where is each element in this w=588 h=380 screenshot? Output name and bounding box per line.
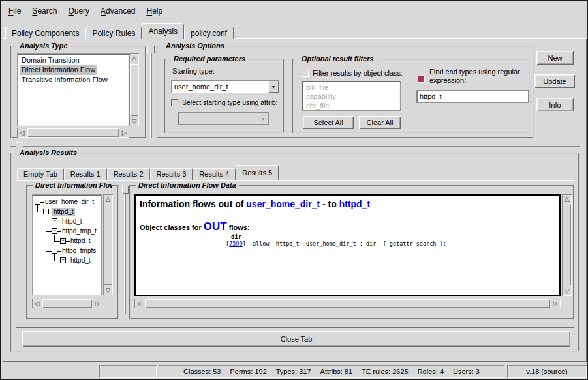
attrib-combobox-value [178, 113, 258, 124]
starting-type-combobox[interactable]: user_home_dir_t ▼ [171, 80, 279, 93]
scroll-thumb[interactable] [27, 128, 119, 137]
analysis-type-item[interactable]: Transitive Information Flow [20, 75, 110, 85]
results-vertical-sash-handle[interactable] [122, 186, 129, 194]
tree-expand-toggle[interactable]: − [52, 228, 57, 234]
filter-by-class-checkbox[interactable] [302, 70, 309, 77]
results-tab-results-2[interactable]: Results 2 [107, 168, 150, 180]
tree-node-label[interactable]: httpd_t [61, 218, 84, 226]
update-button[interactable]: Update [534, 74, 575, 88]
rule-text: allow httpd_t user_home_dir_t : dir { ge… [246, 241, 446, 247]
select-all-button[interactable]: Select All [303, 116, 354, 129]
scroll-down-icon[interactable]: ▽ [129, 117, 139, 126]
analysis-type-item[interactable]: Direct Information Flow [20, 65, 97, 75]
tree-node-label[interactable]: httpd_t [69, 237, 92, 245]
tree-expand-toggle[interactable]: + [60, 238, 66, 244]
regex-checkbox-label: Find end types using regular expression: [429, 68, 529, 85]
attrib-checkbox[interactable] [171, 99, 178, 106]
regex-input[interactable]: httpd_t [416, 90, 529, 103]
analysis-type-title: Analysis Type [17, 42, 70, 50]
tree-expand-toggle[interactable]: − [35, 199, 40, 205]
flow-tree-vscrollbar[interactable]: △ ▽ [103, 194, 113, 295]
tree-expand-toggle[interactable]: + [60, 257, 66, 263]
flow-data-vscrollbar[interactable]: △ ▽ [562, 194, 572, 296]
tree-expand-toggle[interactable]: − [43, 209, 49, 214]
filter-by-class-row[interactable]: Filter results by object class: [302, 69, 403, 77]
clear-all-button[interactable]: Clear All [359, 116, 401, 129]
tab-policy-conf[interactable]: policy.conf [184, 27, 234, 39]
menu-item-file[interactable]: File [8, 7, 21, 16]
tree-connector [46, 231, 52, 232]
tree-node-label[interactable]: httpd_t [69, 257, 92, 265]
menu-item-advanced[interactable]: Advanced [101, 7, 135, 16]
tree-connector [46, 251, 52, 252]
analysis-type-hscrollbar[interactable]: ◁ ▷ [17, 128, 129, 138]
tree-connector [54, 254, 55, 261]
rule-number-link[interactable]: 7599 [229, 241, 242, 247]
new-button[interactable]: New [536, 51, 574, 65]
object-classes-prefix: Object classes for [140, 224, 204, 231]
results-tab-results-4[interactable]: Results 4 [193, 168, 236, 180]
scroll-up-icon[interactable]: △ [562, 194, 572, 204]
menu-item-help[interactable]: Help [146, 7, 162, 16]
results-tab-empty-tab[interactable]: Empty Tab [17, 168, 64, 180]
flow-data-hscrollbar[interactable]: ◁ ▷ [134, 299, 561, 308]
analysis-options-group: Analysis Options Required parameters Sta… [157, 46, 534, 138]
scroll-thumb[interactable] [42, 299, 92, 308]
tree-connector [54, 241, 60, 242]
status-version-panel: v.18 (source) [507, 365, 587, 378]
tree-expand-toggle[interactable]: − [52, 248, 57, 254]
close-tab-button[interactable]: Close Tab [22, 331, 570, 347]
flow-tree-hscrollbar[interactable]: ◁ ▷ [32, 299, 102, 308]
scroll-thumb[interactable] [104, 205, 112, 285]
object-class-item: blk_file [304, 83, 330, 92]
results-tab-results-5[interactable]: Results 5 [236, 165, 279, 180]
analysis-type-item[interactable]: Domain Transition [20, 55, 82, 65]
scroll-down-icon[interactable]: ▽ [562, 286, 572, 296]
results-tab-results-1[interactable]: Results 1 [64, 168, 107, 180]
chevron-down-icon[interactable]: ▼ [268, 81, 279, 93]
regex-checkbox[interactable] [418, 76, 425, 83]
results-tab-results-3[interactable]: Results 3 [150, 168, 193, 180]
status-empty-panel [99, 365, 157, 378]
horizontal-sash[interactable] [10, 145, 580, 147]
tree-node-label[interactable]: httpd_tmpfs_ [61, 247, 101, 255]
tree-node-label[interactable]: httpd_t [52, 208, 75, 216]
scroll-thumb[interactable] [563, 205, 571, 285]
attrib-checkbox-row[interactable]: Select starting type using attrib: [171, 98, 278, 106]
attrib-combobox: ▼ [178, 112, 269, 125]
tree-expand-toggle[interactable]: − [52, 218, 57, 224]
scroll-left-icon[interactable]: ◁ [17, 128, 27, 138]
tab-policy-rules[interactable]: Policy Rules [85, 27, 142, 39]
tab-policy-components[interactable]: Policy Components [5, 27, 85, 39]
flow-data-textarea: Information flows out of user_home_dir_t… [134, 194, 561, 296]
tree-node-label[interactable]: httpd_tmp_t [61, 227, 98, 235]
stat-roles: Roles: 4 [418, 368, 444, 375]
scroll-thumb[interactable] [145, 299, 550, 308]
analysis-type-vscrollbar[interactable]: △ ▽ [129, 53, 139, 126]
info-button[interactable]: Info [536, 98, 574, 111]
tree-node-label[interactable]: user_home_dir_t [44, 198, 95, 206]
scroll-up-icon[interactable]: △ [103, 194, 113, 204]
top-vertical-sash[interactable] [150, 53, 152, 138]
tab-analysis[interactable]: Analysis [142, 23, 184, 39]
scroll-left-icon[interactable]: ◁ [32, 299, 42, 308]
starting-type-value[interactable]: user_home_dir_t [172, 81, 268, 93]
flow-heading-prefix: Information flows out of [140, 199, 246, 209]
scroll-right-icon[interactable]: ▷ [93, 299, 102, 308]
horizontal-sash-handle[interactable] [16, 142, 23, 149]
analysis-results-group: Analysis Results Empty TabResults 1Resul… [10, 153, 580, 352]
scroll-right-icon[interactable]: ▷ [551, 299, 561, 308]
menu-item-search[interactable]: Search [32, 7, 57, 16]
object-class-listbox: blk_filecapabilitychr_file [302, 81, 401, 111]
scroll-up-icon[interactable]: △ [129, 53, 139, 63]
object-classes-line: Object classes for OUT flows: [140, 220, 250, 233]
results-vertical-sash[interactable] [124, 194, 126, 314]
scroll-thumb[interactable] [130, 64, 138, 116]
top-vertical-sash-handle[interactable] [147, 46, 155, 53]
scroll-left-icon[interactable]: ◁ [134, 299, 144, 308]
scroll-right-icon[interactable]: ▷ [119, 128, 129, 138]
menu-item-query[interactable]: Query [68, 7, 89, 16]
results-page-frame: Direct Information Flow T −user_home_dir… [16, 180, 574, 328]
scroll-down-icon[interactable]: ▽ [103, 285, 113, 295]
required-parameters-title: Required parameters [171, 55, 248, 63]
